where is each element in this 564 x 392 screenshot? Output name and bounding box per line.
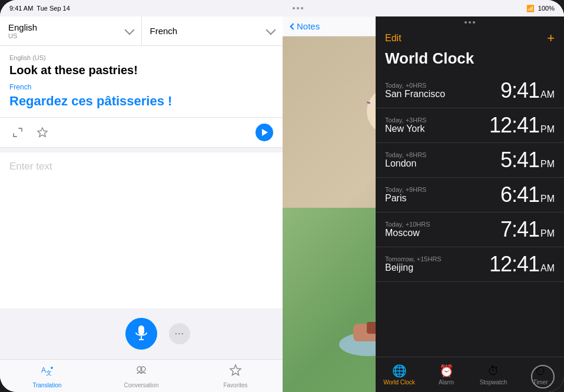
clock-location-beijing: Tomorrow, +15HRS Beijing <box>385 255 442 273</box>
tab-translation[interactable]: A 文 Translation <box>0 360 94 392</box>
clock-top-dots <box>376 16 564 25</box>
battery-status: 100% <box>538 5 555 12</box>
clock-city: London <box>385 158 426 169</box>
source-lang-name: English <box>8 22 37 32</box>
clock-ampm-value: PM <box>540 159 555 170</box>
expand-button[interactable] <box>9 124 26 141</box>
clock-ampm-value: PM <box>540 124 555 135</box>
tab-conversation[interactable]: Conversation <box>94 360 188 392</box>
tab-favorites[interactable]: Favorites <box>188 360 283 392</box>
source-lang-chevron <box>124 25 134 35</box>
svg-point-6 <box>141 367 145 371</box>
clock-tab-world-clock[interactable]: 🌐 World Clock <box>376 357 423 392</box>
clock-offset: Today, +3HRS <box>385 117 426 124</box>
clock-app-overlay: Edit + World Clock Today, +0HRS San Fran… <box>376 16 564 392</box>
play-button[interactable] <box>256 124 273 141</box>
clock-city: New York <box>385 124 426 134</box>
input-placeholder: Enter text <box>9 161 52 172</box>
clock-time-display: 7:41 PM <box>500 217 555 242</box>
clock-tab-stopwatch[interactable]: ⏱ Stopwatch <box>470 357 517 392</box>
clock-time-display: 9:41 AM <box>500 78 555 103</box>
clock-offset: Tomorrow, +15HRS <box>385 255 442 263</box>
clock-time-value: 5:41 <box>500 148 539 172</box>
status-date: Tue Sep 14 <box>37 5 69 12</box>
clock-row: Today, +9HRS Paris 6:41 PM <box>376 178 564 212</box>
alarm-tab-icon: ⏰ <box>439 364 454 378</box>
clock-city: Moscow <box>385 228 430 238</box>
notes-back-label: Notes <box>297 21 320 31</box>
clock-row: Tomorrow, +15HRS Beijing 12:41 AM <box>376 247 564 282</box>
clock-edit-button[interactable]: Edit <box>385 33 402 44</box>
translated-label: French <box>9 83 273 91</box>
clock-ampm-value: PM <box>540 228 555 239</box>
three-dots-menu[interactable] <box>293 7 303 9</box>
status-time: 9:41 AM <box>9 5 33 12</box>
conversation-tab-icon <box>134 363 148 381</box>
device-frame: 9:41 AM Tue Sep 14 📶 100% English US <box>0 0 564 392</box>
translate-pane: English US French English (US) Look at t… <box>0 16 283 392</box>
source-text: Look at these pastries! <box>9 64 273 77</box>
clock-offset: Today, +9HRS <box>385 186 426 193</box>
notes-pane: Notes <box>283 16 564 392</box>
favorites-tab-icon <box>228 363 243 381</box>
clock-time-display: 12:41 AM <box>489 252 555 277</box>
source-lang-info: English US <box>8 22 37 39</box>
language-bar: English US French <box>0 16 283 46</box>
clock-ampm-value: PM <box>540 194 555 204</box>
clock-ampm-value: AM <box>540 263 555 274</box>
target-lang-name: French <box>150 26 178 36</box>
translate-tab-bar: A 文 Translation <box>0 359 283 392</box>
svg-rect-0 <box>138 325 144 335</box>
conversation-tab-label: Conversation <box>124 382 159 388</box>
source-lang-sub: US <box>8 32 37 39</box>
clock-location-london: Today, +8HRS London <box>385 151 426 169</box>
translated-text: Regardez ces pâtisseries ! <box>9 94 273 109</box>
clock-row: Today, +8HRS London 5:41 PM <box>376 143 564 178</box>
clock-offset: Today, +8HRS <box>385 151 426 158</box>
favorite-button[interactable] <box>34 124 51 141</box>
clock-row: Today, +3HRS New York 12:41 PM <box>376 108 564 143</box>
more-dots: ··· <box>175 328 184 339</box>
microphone-button[interactable] <box>125 318 157 350</box>
clock-header: Edit + <box>376 25 564 49</box>
clock-time-value: 7:41 <box>500 217 539 242</box>
mic-area: ··· <box>0 308 283 359</box>
favorites-tab-label: Favorites <box>223 382 247 388</box>
world-clock-tab-icon: 🌐 <box>392 364 407 378</box>
status-bar: 9:41 AM Tue Sep 14 📶 100% <box>0 0 564 16</box>
clock-time-value: 9:41 <box>500 78 539 103</box>
wifi-icon: 📶 <box>526 5 535 12</box>
clock-time-display: 12:41 PM <box>489 113 555 138</box>
translation-output: English (US) Look at these pastries! Fre… <box>0 46 283 118</box>
clock-add-button[interactable]: + <box>547 31 555 46</box>
source-language-selector[interactable]: English US <box>0 16 142 45</box>
translation-tab-label: Translation <box>32 382 61 388</box>
clock-city: Beijing <box>385 263 442 273</box>
home-indicator[interactable] <box>531 365 555 388</box>
clock-tab-alarm[interactable]: ⏰ Alarm <box>423 357 470 392</box>
clock-city: Paris <box>385 193 426 204</box>
clock-location-san-francisco: Today, +0HRS San Francisco <box>385 82 445 99</box>
clock-offset: Today, +10HRS <box>385 221 430 228</box>
clock-ampm-value: AM <box>540 89 555 100</box>
alarm-tab-label: Alarm <box>439 379 454 386</box>
clock-offset: Today, +0HRS <box>385 82 445 89</box>
translation-tab-icon: A 文 <box>40 363 54 381</box>
svg-text:A: A <box>41 366 46 374</box>
notes-back-button[interactable]: Notes <box>291 21 320 31</box>
text-input-area[interactable]: Enter text <box>0 152 283 308</box>
target-lang-chevron <box>266 25 276 35</box>
back-chevron-icon <box>290 23 296 29</box>
stopwatch-tab-label: Stopwatch <box>480 379 507 386</box>
clock-location-moscow: Today, +10HRS Moscow <box>385 221 430 238</box>
world-clock-tab-label: World Clock <box>383 379 415 386</box>
svg-text:文: 文 <box>46 370 52 376</box>
target-lang-info: French <box>150 26 178 36</box>
clock-title: World Clock <box>376 49 564 74</box>
stopwatch-tab-icon: ⏱ <box>487 364 499 378</box>
clock-menu-dots[interactable] <box>465 21 475 24</box>
clock-time-value: 12:41 <box>489 113 539 138</box>
target-language-selector[interactable]: French <box>142 16 283 45</box>
more-options-button[interactable]: ··· <box>169 323 190 344</box>
clock-list: Today, +0HRS San Francisco 9:41 AM Today… <box>376 74 564 357</box>
